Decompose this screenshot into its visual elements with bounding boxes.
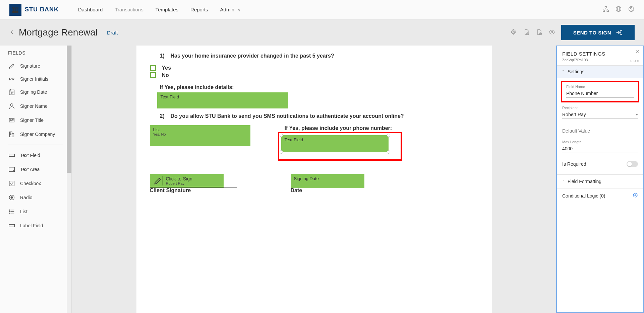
settings-header: FIELD SETTINGS ZddVq67Rs103 ○○○ xyxy=(557,46,643,66)
recipient-select[interactable]: ▾ xyxy=(562,110,638,119)
svg-rect-52 xyxy=(9,224,15,227)
nav-reports[interactable]: Reports xyxy=(190,7,208,12)
palette-signer-title-label: Signer Title xyxy=(20,118,44,123)
max-length-label: Max Length xyxy=(562,140,638,144)
recipient-label: Recipient xyxy=(562,106,638,110)
option-yes-row: Yes xyxy=(150,65,478,71)
palette-list-label: List xyxy=(20,209,27,214)
palette-text-field[interactable]: Text Field xyxy=(0,148,71,162)
svg-point-24 xyxy=(551,31,552,33)
palette-heading: FIELDS xyxy=(0,48,71,59)
recipient-value[interactable] xyxy=(562,110,636,119)
palette-signature[interactable]: Signature xyxy=(0,59,71,73)
palette-checkbox[interactable]: Checkbox xyxy=(0,176,71,190)
q1-number: 1) xyxy=(160,53,165,59)
field-name-input[interactable] xyxy=(566,89,634,98)
date-label: Date xyxy=(291,187,378,193)
resize-handle-bl[interactable] xyxy=(280,150,283,154)
phone-text-field[interactable]: Text Field xyxy=(281,135,389,152)
send-to-sign-button[interactable]: SEND TO SIGN xyxy=(561,25,635,40)
palette-text-area[interactable]: Text Area xyxy=(0,162,71,176)
chevron-up-icon: ˄ xyxy=(562,70,564,74)
palette-signer-company-label: Signer Company xyxy=(20,132,55,137)
add-icon[interactable] xyxy=(633,192,638,199)
palette-initials[interactable]: RR Signer Initials xyxy=(0,73,71,85)
sms-list-field[interactable]: List Yes, No xyxy=(150,125,250,146)
more-icon[interactable]: ○○○ xyxy=(630,58,640,63)
page-status: Draft xyxy=(107,30,118,35)
palette-scrollbar[interactable] xyxy=(67,46,71,313)
palette-label-field[interactable]: Label Field xyxy=(0,219,71,233)
is-required-label: Is Required xyxy=(562,161,586,167)
palette-signer-company[interactable]: Signer Company xyxy=(0,127,71,141)
svg-rect-0 xyxy=(13,7,18,8)
checkbox-icon xyxy=(8,180,15,187)
eye-icon[interactable] xyxy=(548,29,555,36)
label-icon xyxy=(8,222,15,229)
phone-field-label: Text Field xyxy=(285,137,303,142)
nav-admin-label: Admin xyxy=(220,7,235,12)
is-required-toggle[interactable] xyxy=(627,161,638,167)
max-length-input[interactable] xyxy=(562,145,638,153)
q2-sub: If Yes, please include your phone number… xyxy=(285,125,478,131)
svg-rect-41 xyxy=(9,154,15,156)
doc-plus-icon-2[interactable] xyxy=(536,29,542,36)
signing-date-field[interactable]: Signing Date xyxy=(291,174,364,188)
conditional-logic-section[interactable]: Conditional Logic (0) xyxy=(557,188,643,203)
globe-icon[interactable] xyxy=(615,6,622,13)
option-no-row: No xyxy=(150,72,478,78)
palette-label-field-label: Label Field xyxy=(20,223,43,228)
checkbox-yes[interactable] xyxy=(150,65,156,71)
paper-plane-icon xyxy=(616,29,623,36)
svg-rect-5 xyxy=(605,7,607,8)
list-field-label: List xyxy=(153,127,247,132)
page-title: Mortgage Renewal xyxy=(19,27,98,38)
resize-handle-tl[interactable] xyxy=(280,134,283,137)
document-page: 1) Has your home insurance provider chan… xyxy=(136,46,492,313)
back-icon[interactable] xyxy=(9,29,15,36)
palette-signer-name-label: Signer Name xyxy=(20,103,48,109)
gear-icon[interactable] xyxy=(510,29,517,36)
logo-icon xyxy=(9,4,21,16)
svg-text:17: 17 xyxy=(11,92,13,95)
list-field-options: Yes, No xyxy=(153,132,247,136)
checkbox-no[interactable] xyxy=(150,72,156,78)
phone-field-highlight: Text Field xyxy=(278,132,402,161)
nav-transactions[interactable]: Transactions xyxy=(115,7,143,12)
option-yes-label: Yes xyxy=(162,65,171,71)
resize-handle-tr[interactable] xyxy=(387,134,390,137)
palette-scroll-thumb[interactable] xyxy=(67,46,71,173)
palette-signer-title[interactable]: Signer Title xyxy=(0,113,71,127)
option-no-label: No xyxy=(162,72,169,78)
sitemap-icon[interactable] xyxy=(602,6,609,13)
settings-title: FIELD SETTINGS xyxy=(562,51,638,57)
svg-point-31 xyxy=(10,104,13,106)
q2-number: 2) xyxy=(160,113,165,119)
client-signature-label: Client Signature xyxy=(150,187,237,193)
document-canvas[interactable]: 1) Has your home insurance provider chan… xyxy=(72,46,556,313)
settings-section-header[interactable]: ˄ Settings xyxy=(557,66,643,78)
palette-radio[interactable]: Radio xyxy=(0,190,71,205)
close-icon[interactable] xyxy=(635,49,640,55)
resize-handle-br[interactable] xyxy=(387,150,390,154)
user-icon[interactable] xyxy=(628,6,635,13)
svg-point-45 xyxy=(11,197,13,199)
svg-point-17 xyxy=(513,31,514,33)
default-value-input[interactable] xyxy=(562,127,638,135)
field-formatting-section[interactable]: ˅ Field Formatting xyxy=(557,174,643,188)
q2-text: Do you allow STU Bank to send you SMS no… xyxy=(171,113,404,119)
signature-signer-name: Robert Ray xyxy=(166,181,192,185)
palette-signing-date[interactable]: 17 Signing Date xyxy=(0,85,71,99)
nav-templates[interactable]: Templates xyxy=(156,7,178,12)
details-text-field[interactable]: Text Field xyxy=(157,92,288,108)
palette-list[interactable]: List xyxy=(0,205,71,219)
signature-field[interactable]: Click-to-Sign Robert Ray xyxy=(150,174,224,188)
page-subheader: Mortgage Renewal Draft SEND TO SIGN xyxy=(0,19,644,46)
nav-admin[interactable]: Admin ∨ xyxy=(220,7,241,12)
nav-dashboard[interactable]: Dashboard xyxy=(78,7,103,12)
palette-radio-label: Radio xyxy=(20,195,33,200)
doc-plus-icon[interactable] xyxy=(523,29,530,36)
svg-point-50 xyxy=(9,211,10,212)
pen-icon xyxy=(8,62,15,70)
palette-signer-name[interactable]: Signer Name xyxy=(0,99,71,113)
